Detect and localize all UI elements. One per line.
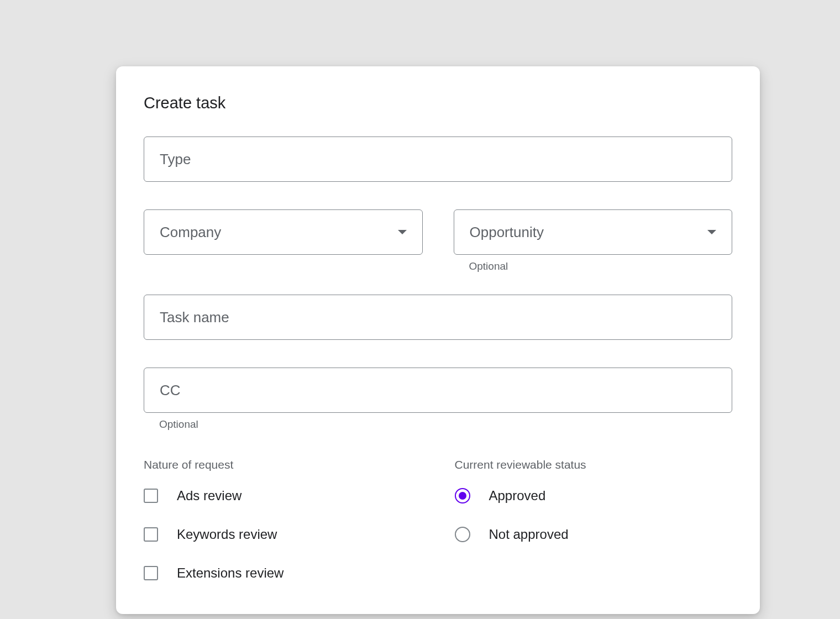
reviewable-status-group: Current reviewable status Approved Not a… — [455, 458, 733, 581]
chevron-down-icon — [398, 230, 407, 234]
cc-input[interactable]: CC — [144, 368, 732, 413]
opportunity-placeholder: Opportunity — [470, 224, 544, 241]
opportunity-select[interactable]: Opportunity — [454, 209, 733, 255]
opportunity-helper: Optional — [469, 260, 733, 272]
company-placeholder: Company — [160, 224, 221, 241]
type-input[interactable]: Type — [144, 137, 732, 182]
status-option-label: Not approved — [489, 527, 569, 542]
radio-selected-icon — [455, 488, 470, 503]
cc-placeholder: CC — [160, 382, 181, 399]
create-task-card: Create task Type Company Opportunity Opt… — [116, 66, 760, 614]
status-option-not-approved[interactable]: Not approved — [455, 527, 733, 542]
nature-option-label: Keywords review — [177, 527, 277, 542]
checkbox-icon — [144, 527, 158, 542]
status-option-label: Approved — [489, 488, 546, 503]
nature-option-keywords-review[interactable]: Keywords review — [144, 527, 422, 542]
status-label: Current reviewable status — [455, 458, 733, 471]
nature-option-label: Extensions review — [177, 565, 284, 581]
nature-option-extensions-review[interactable]: Extensions review — [144, 565, 422, 581]
nature-of-request-group: Nature of request Ads review Keywords re… — [144, 458, 422, 581]
status-option-approved[interactable]: Approved — [455, 488, 733, 503]
type-placeholder: Type — [160, 151, 191, 168]
company-select[interactable]: Company — [144, 209, 423, 255]
task-name-placeholder: Task name — [160, 309, 229, 326]
nature-option-ads-review[interactable]: Ads review — [144, 488, 422, 503]
checkbox-icon — [144, 566, 158, 580]
cc-helper: Optional — [159, 418, 732, 431]
nature-option-label: Ads review — [177, 488, 242, 503]
card-title: Create task — [144, 94, 732, 112]
nature-label: Nature of request — [144, 458, 422, 471]
radio-icon — [455, 527, 470, 542]
checkbox-icon — [144, 489, 158, 503]
task-name-input[interactable]: Task name — [144, 295, 732, 340]
chevron-down-icon — [707, 230, 716, 234]
